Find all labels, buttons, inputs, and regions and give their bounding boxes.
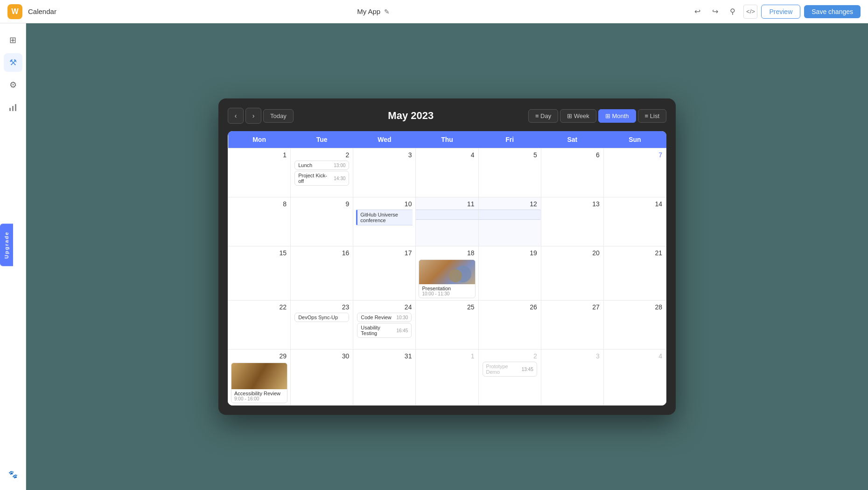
sidebar-item-analytics[interactable]: [4, 98, 22, 117]
day-11[interactable]: 11: [416, 197, 478, 246]
day-3[interactable]: 3: [353, 148, 416, 197]
today-button[interactable]: Today: [263, 109, 294, 123]
edit-icon[interactable]: ✎: [384, 8, 390, 15]
event-project-kickoff[interactable]: Project Kick-off14:30: [294, 171, 349, 186]
day-1[interactable]: 1: [228, 148, 291, 197]
header-sun: Sun: [603, 131, 666, 148]
undo-button[interactable]: ↩: [690, 5, 704, 19]
calendar-week-1: 1 2 Lunch13:00 Project Kick-off14:30 3 4: [228, 148, 666, 197]
event-presentation[interactable]: Presentation 10:00 - 11:30: [419, 259, 475, 298]
pin-button[interactable]: ⚲: [726, 5, 740, 19]
event-prototype-demo[interactable]: Prototype Demo13:45: [483, 362, 537, 377]
code-button[interactable]: </>: [743, 5, 757, 19]
sidebar-item-dashboard[interactable]: ⊞: [4, 31, 22, 49]
event-accessibility-review[interactable]: Accessibility Review 9:00 - 16:00: [231, 363, 287, 403]
event-lunch[interactable]: Lunch13:00: [294, 161, 349, 170]
header-tue: Tue: [291, 131, 353, 148]
day-19[interactable]: 19: [478, 246, 541, 301]
app-name: My App: [357, 7, 380, 15]
topbar: W Calendar My App ✎ ↩ ↪ ⚲ </> Preview Sa…: [0, 0, 868, 23]
day-10[interactable]: 10 GitHub Universe conference: [353, 197, 416, 246]
day-18[interactable]: 18 Presentation 10: [416, 246, 478, 301]
day-13[interactable]: 13: [541, 197, 603, 246]
main-layout: ⊞ ⚒ ⚙ 🐾 ‹ › Today May 2023 ≡ Day ⊞ Week …: [0, 23, 868, 490]
day-26[interactable]: 26: [478, 301, 541, 350]
day-next-3[interactable]: 3: [541, 350, 603, 406]
view-month-button[interactable]: ⊞ Month: [598, 109, 636, 123]
calendar-widget: ‹ › Today May 2023 ≡ Day ⊞ Week ⊞ Month …: [218, 98, 676, 415]
day-16[interactable]: 16: [291, 246, 353, 301]
day-8[interactable]: 8: [228, 197, 291, 246]
calendar-week-4: 22 23 DevOps Sync-Up 24 Code Review10:30: [228, 301, 666, 350]
calendar-week-3: 15 16 17 18: [228, 246, 666, 301]
view-list-button[interactable]: ≡ List: [638, 109, 666, 123]
sidebar-item-settings[interactable]: ⚙: [4, 76, 22, 94]
header-mon: Mon: [228, 131, 291, 148]
day-23[interactable]: 23 DevOps Sync-Up: [291, 301, 353, 350]
day-14[interactable]: 14: [603, 197, 666, 246]
day-next-4[interactable]: 4: [603, 350, 666, 406]
content-area: ‹ › Today May 2023 ≡ Day ⊞ Week ⊞ Month …: [26, 23, 868, 490]
preview-button[interactable]: Preview: [761, 5, 800, 19]
day-25[interactable]: 25: [416, 301, 478, 350]
header-fri: Fri: [478, 131, 541, 148]
day-2[interactable]: 2 Lunch13:00 Project Kick-off14:30: [291, 148, 353, 197]
header-thu: Thu: [416, 131, 478, 148]
svg-rect-2: [15, 104, 16, 111]
day-20[interactable]: 20: [541, 246, 603, 301]
footer-logo: 🐾: [8, 462, 18, 483]
sidebar-item-tools[interactable]: ⚒: [4, 53, 22, 72]
topbar-center: My App ✎: [62, 7, 685, 15]
day-24[interactable]: 24 Code Review10:30 Usability Testing16:…: [353, 301, 416, 350]
day-17[interactable]: 17: [353, 246, 416, 301]
calendar-week-2: 8 9 10 GitHub Universe conference 11 12: [228, 197, 666, 246]
nav-controls: ‹ › Today: [228, 108, 294, 124]
save-button[interactable]: Save changes: [804, 5, 861, 18]
event-code-review[interactable]: Code Review10:30: [357, 313, 412, 322]
event-devops-syncup[interactable]: DevOps Sync-Up: [294, 313, 349, 322]
svg-rect-1: [12, 106, 14, 111]
day-12[interactable]: 12: [478, 197, 541, 246]
day-31[interactable]: 31: [353, 350, 416, 406]
day-28[interactable]: 28: [603, 301, 666, 350]
day-6[interactable]: 6: [541, 148, 603, 197]
svg-rect-0: [9, 108, 11, 111]
app-logo: W: [7, 4, 22, 19]
day-9[interactable]: 9: [291, 197, 353, 246]
day-4[interactable]: 4: [416, 148, 478, 197]
day-29[interactable]: 29 Accessibility Review 9:00 - 16:00: [228, 350, 291, 406]
view-day-button[interactable]: ≡ Day: [528, 109, 558, 123]
day-30[interactable]: 30: [291, 350, 353, 406]
day-21[interactable]: 21: [603, 246, 666, 301]
view-controls: ≡ Day ⊞ Week ⊞ Month ≡ List: [528, 109, 666, 123]
next-month-button[interactable]: ›: [245, 108, 261, 124]
event-github-universe[interactable]: GitHub Universe conference: [356, 210, 413, 225]
day-next-2[interactable]: 2 Prototype Demo13:45: [478, 350, 541, 406]
event-usability-testing[interactable]: Usability Testing16:45: [357, 323, 412, 338]
day-22[interactable]: 22: [228, 301, 291, 350]
prev-month-button[interactable]: ‹: [228, 108, 244, 124]
day-5[interactable]: 5: [478, 148, 541, 197]
header-wed: Wed: [353, 131, 416, 148]
redo-button[interactable]: ↪: [708, 5, 722, 19]
upgrade-button[interactable]: Upgrade: [0, 224, 13, 266]
topbar-actions: ↩ ↪ ⚲ </> Preview Save changes: [690, 5, 861, 19]
day-7[interactable]: 7: [603, 148, 666, 197]
day-15[interactable]: 15: [228, 246, 291, 301]
calendar-title: May 2023: [388, 110, 434, 122]
calendar-week-5: 29 Accessibility Review 9:00 - 16:00: [228, 350, 666, 406]
app-title: Calendar: [28, 7, 56, 15]
view-week-button[interactable]: ⊞ Week: [560, 109, 596, 123]
day-27[interactable]: 27: [541, 301, 603, 350]
day-next-1[interactable]: 1: [416, 350, 478, 406]
header-sat: Sat: [541, 131, 603, 148]
calendar-header: ‹ › Today May 2023 ≡ Day ⊞ Week ⊞ Month …: [228, 108, 666, 124]
calendar-table: Mon Tue Wed Thu Fri Sat Sun 1 2: [228, 131, 666, 406]
